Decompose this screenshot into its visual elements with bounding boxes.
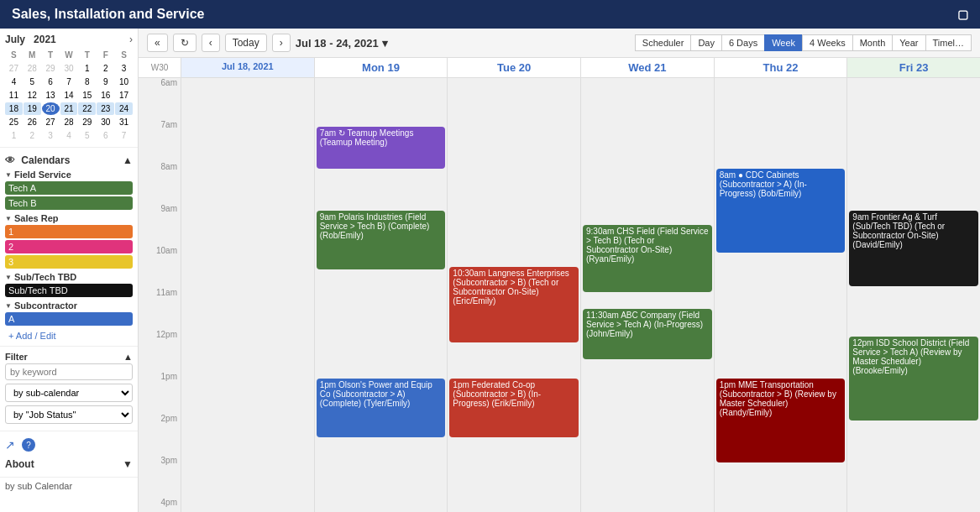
mini-cal-day[interactable]: 27 bbox=[5, 62, 23, 75]
view-btn-scheduler[interactable]: Scheduler bbox=[635, 34, 691, 51]
cal-item[interactable]: 3 bbox=[5, 255, 133, 269]
date-dropdown-icon[interactable]: ▾ bbox=[382, 37, 388, 50]
event-e7[interactable]: 11:30am ABC Company (Field Service > Tec… bbox=[583, 309, 712, 359]
hour-slot[interactable] bbox=[581, 414, 714, 456]
event-e3[interactable]: 1pm Olson's Power and Equip Co (Subcontr… bbox=[317, 379, 446, 437]
hour-slot[interactable] bbox=[847, 498, 980, 512]
mini-cal-day[interactable]: 31 bbox=[115, 116, 133, 128]
mini-cal-day[interactable]: 15 bbox=[78, 89, 96, 102]
hour-slot[interactable] bbox=[715, 498, 847, 512]
hour-slot[interactable] bbox=[581, 498, 714, 512]
hour-slot[interactable] bbox=[315, 288, 448, 330]
mini-cal-day[interactable]: 10 bbox=[115, 76, 133, 88]
mini-cal-day[interactable]: 14 bbox=[60, 89, 78, 102]
filter-header[interactable]: Filter ▲ bbox=[5, 350, 133, 363]
hour-slot[interactable] bbox=[448, 456, 580, 498]
event-e6[interactable]: 9:30am CHS Field (Field Service > Tech B… bbox=[583, 225, 712, 292]
hour-slot[interactable] bbox=[715, 288, 847, 330]
mini-cal-day[interactable]: 12 bbox=[24, 89, 41, 102]
cal-item[interactable]: Tech A bbox=[5, 181, 133, 195]
hour-slot[interactable] bbox=[448, 204, 580, 246]
mini-cal-day[interactable]: 7 bbox=[115, 129, 133, 142]
view-btn-6-days[interactable]: 6 Days bbox=[721, 34, 764, 51]
mini-cal-day[interactable]: 6 bbox=[42, 76, 60, 88]
mini-cal-day[interactable]: 18 bbox=[5, 102, 23, 115]
hour-slot[interactable] bbox=[715, 120, 847, 162]
hour-slot[interactable] bbox=[847, 78, 980, 120]
event-e1[interactable]: 7am ↻ Teamup Meetings (Teamup Meeting) bbox=[317, 127, 446, 169]
mini-cal-day[interactable]: 5 bbox=[78, 129, 96, 142]
mini-cal-day[interactable]: 6 bbox=[97, 129, 114, 142]
cal-item[interactable]: A bbox=[5, 312, 133, 326]
cal-item[interactable]: 1 bbox=[5, 225, 133, 238]
job-status-filter[interactable]: by "Job Status" bbox=[5, 405, 133, 424]
cal-item[interactable]: Tech B bbox=[5, 196, 133, 210]
share-icon[interactable]: ↗ bbox=[5, 438, 15, 452]
cal-item[interactable]: Sub/Tech TBD bbox=[5, 284, 133, 297]
hour-slot[interactable] bbox=[181, 414, 314, 456]
mini-cal-day[interactable]: 3 bbox=[42, 129, 60, 142]
hour-slot[interactable] bbox=[581, 78, 714, 120]
hour-slot[interactable] bbox=[315, 78, 448, 120]
mini-cal-day[interactable]: 22 bbox=[78, 102, 96, 115]
mini-cal-day[interactable]: 25 bbox=[5, 116, 23, 128]
hour-slot[interactable] bbox=[847, 162, 980, 204]
event-e5[interactable]: 1pm Federated Co-op (Subcontractor > B) … bbox=[449, 379, 579, 437]
view-btn-year[interactable]: Year bbox=[892, 34, 925, 51]
view-btn-timel…[interactable]: Timel… bbox=[925, 34, 972, 51]
mini-cal-day[interactable]: 13 bbox=[42, 89, 60, 102]
hour-slot[interactable] bbox=[181, 498, 314, 512]
hour-slot[interactable] bbox=[715, 78, 847, 120]
mini-cal-day[interactable]: 28 bbox=[60, 116, 78, 128]
hour-slot[interactable] bbox=[581, 372, 714, 414]
hour-slot[interactable] bbox=[581, 162, 714, 204]
mini-cal-day[interactable]: 4 bbox=[60, 129, 78, 142]
view-btn-week[interactable]: Week bbox=[764, 34, 802, 51]
mini-cal-day[interactable]: 23 bbox=[97, 102, 114, 115]
mini-cal-day[interactable]: 28 bbox=[24, 62, 41, 75]
mini-cal-day[interactable]: 30 bbox=[60, 62, 78, 75]
event-e2[interactable]: 9am Polaris Industries (Field Service > … bbox=[317, 211, 446, 269]
mini-cal-day[interactable]: 5 bbox=[24, 76, 41, 88]
hour-slot[interactable] bbox=[847, 456, 980, 498]
view-btn-4-weeks[interactable]: 4 Weeks bbox=[802, 34, 852, 51]
mini-cal-day[interactable]: 1 bbox=[5, 129, 23, 142]
mini-cal-day[interactable]: 20 bbox=[42, 102, 60, 115]
hour-slot[interactable] bbox=[181, 78, 314, 120]
cal-item[interactable]: 2 bbox=[5, 240, 133, 253]
mini-cal-day[interactable]: 16 bbox=[97, 89, 114, 102]
mini-cal-day[interactable]: 9 bbox=[97, 76, 114, 88]
hour-slot[interactable] bbox=[448, 162, 580, 204]
next-btn[interactable]: › bbox=[272, 34, 291, 52]
help-icon[interactable]: ? bbox=[22, 438, 35, 452]
event-e11[interactable]: 12pm ISD School District (Field Service … bbox=[849, 337, 978, 421]
hour-slot[interactable] bbox=[581, 456, 714, 498]
view-btn-day[interactable]: Day bbox=[690, 34, 721, 51]
hour-slot[interactable] bbox=[315, 330, 448, 372]
mini-cal-day[interactable]: 1 bbox=[78, 62, 96, 75]
hour-slot[interactable] bbox=[581, 120, 714, 162]
mini-cal-day[interactable]: 30 bbox=[97, 116, 114, 128]
view-btn-month[interactable]: Month bbox=[852, 34, 893, 51]
keyword-filter[interactable] bbox=[5, 363, 133, 380]
mini-cal-day[interactable]: 29 bbox=[78, 116, 96, 128]
mini-cal-day[interactable]: 3 bbox=[115, 62, 133, 75]
double-back-btn[interactable]: « bbox=[147, 34, 168, 52]
mini-cal-next[interactable]: › bbox=[129, 34, 133, 45]
prev-btn[interactable]: ‹ bbox=[202, 34, 220, 52]
mini-cal-day[interactable]: 2 bbox=[97, 62, 114, 75]
hour-slot[interactable] bbox=[847, 120, 980, 162]
hour-slot[interactable] bbox=[448, 120, 580, 162]
hour-slot[interactable] bbox=[181, 288, 314, 330]
mini-cal-day[interactable]: 2 bbox=[24, 129, 41, 142]
mini-cal-day[interactable]: 19 bbox=[24, 102, 41, 115]
about-header[interactable]: About ▼ bbox=[5, 455, 133, 473]
hour-slot[interactable] bbox=[181, 456, 314, 498]
event-e4[interactable]: 10:30am Langness Enterprises (Subcontrac… bbox=[449, 267, 579, 342]
mini-cal-day[interactable]: 11 bbox=[5, 89, 23, 102]
hour-slot[interactable] bbox=[315, 498, 448, 512]
hour-slot[interactable] bbox=[181, 204, 314, 246]
hour-slot[interactable] bbox=[181, 246, 314, 288]
event-e9[interactable]: 1pm MME Transportation (Subcontractor > … bbox=[716, 379, 846, 462]
today-btn[interactable]: Today bbox=[225, 34, 267, 52]
